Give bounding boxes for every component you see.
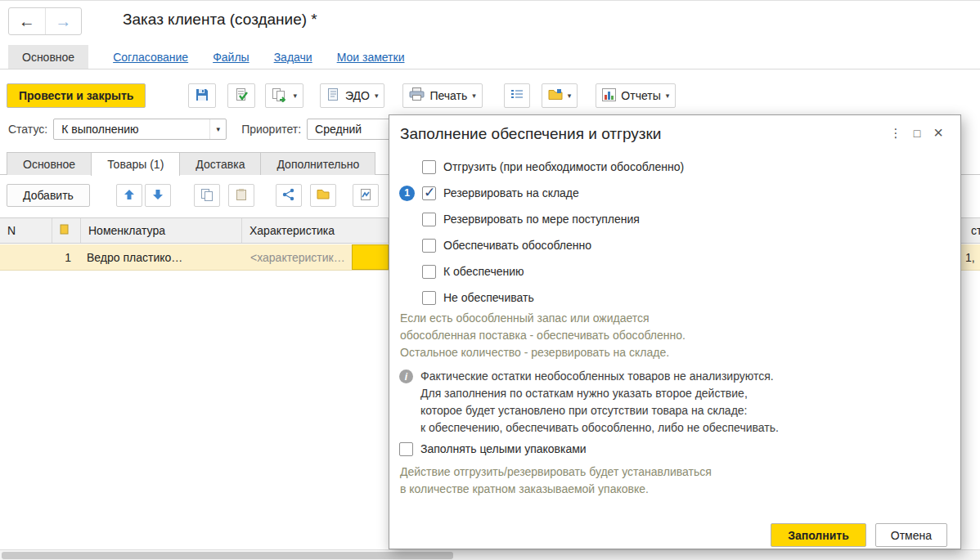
edo-label: ЭДО: [345, 89, 370, 102]
tab-delivery[interactable]: Доставка: [179, 152, 261, 175]
nav-link-approval[interactable]: Согласование: [113, 45, 188, 69]
info-line: Для заполнения по остаткам нужно указать…: [420, 385, 779, 402]
status-row: Статус: К выполнению ▾ Приоритет: Средни…: [0, 115, 389, 143]
priority-select[interactable]: Средний: [307, 119, 389, 140]
chevron-down-icon: ▾: [472, 92, 476, 100]
reserve-warehouse-label[interactable]: Резервировать на складе: [443, 186, 579, 199]
scrollbar-thumb[interactable]: [2, 552, 453, 559]
whole-packs-label[interactable]: Заполнять целыми упаковками: [420, 442, 587, 455]
column-header-marker[interactable]: [52, 218, 81, 243]
attachments-button[interactable]: ▾: [542, 83, 578, 108]
characteristic-cell[interactable]: <характеристик…: [250, 244, 350, 270]
print-button[interactable]: Печать ▾: [402, 83, 482, 108]
info-line: к обеспечению, обеспечивать обособленно,…: [420, 419, 779, 437]
ship-label[interactable]: Отгрузить (при необходимости обособленно…: [443, 160, 684, 173]
info-icon: i: [399, 370, 413, 383]
do-not-provide-checkbox[interactable]: [422, 291, 436, 305]
edo-button[interactable]: ЭДО ▾: [320, 83, 385, 108]
option-to-provision: К обеспечению: [399, 262, 524, 281]
ship-checkbox[interactable]: [422, 160, 436, 174]
back-arrow-icon[interactable]: ←: [9, 8, 46, 34]
move-up-button[interactable]: [116, 184, 142, 207]
chevron-down-icon: ▾: [293, 92, 297, 100]
fill-provision-dialog: Заполнение обеспечения и отгрузки ⋮ □ × …: [389, 114, 961, 549]
paste-icon: [235, 188, 248, 204]
copy-row-button[interactable]: [194, 184, 220, 207]
whole-packs-checkbox[interactable]: [399, 442, 413, 456]
post-button[interactable]: [227, 83, 255, 108]
paste-row-button[interactable]: [228, 184, 254, 207]
copy-icon: [200, 188, 214, 204]
column-header-n[interactable]: N: [0, 218, 52, 243]
status-label: Статус:: [8, 123, 47, 136]
list-icon: [510, 88, 524, 104]
reserve-warehouse-checkbox[interactable]: [422, 186, 436, 200]
do-not-provide-label[interactable]: Не обеспечивать: [443, 291, 534, 304]
close-icon[interactable]: ×: [928, 123, 949, 142]
change-selected-button[interactable]: [310, 184, 336, 207]
printer-icon: [409, 87, 425, 104]
order-badge: 1: [399, 186, 415, 201]
provision-action-cell[interactable]: [352, 244, 389, 270]
nav-link-tasks[interactable]: Задачи: [274, 45, 312, 69]
to-provision-label[interactable]: К обеспечению: [443, 265, 524, 278]
yellow-folder-icon: [317, 188, 330, 203]
fill-button[interactable]: Заполнить: [771, 523, 866, 547]
command-toolbar: Провести и закрыть ▾ ЭДО ▾ Печать ▾ ▾: [0, 79, 980, 112]
tab-main[interactable]: Основное: [7, 152, 92, 175]
quantity-partial-cell[interactable]: 1,: [965, 244, 980, 270]
fill-provision-button[interactable]: [353, 184, 379, 207]
dialog-buttons: Заполнить Отмена: [771, 523, 947, 547]
stamp-icon: [359, 188, 372, 204]
nav-tab-main[interactable]: Основное: [8, 45, 88, 69]
save-button[interactable]: [188, 83, 216, 108]
dialog-title: Заполнение обеспечения и отгрузки: [400, 125, 661, 143]
arrow-up-icon: [124, 189, 135, 203]
discuss-button[interactable]: [276, 184, 302, 207]
row-number-cell[interactable]: 1: [0, 244, 75, 270]
history-nav: ← →: [8, 7, 82, 35]
option-do-not-provide: Не обеспечивать: [399, 288, 534, 307]
option-provide-separately: Обеспечивать обособленно: [399, 235, 591, 255]
post-and-close-button[interactable]: Провести и закрыть: [7, 83, 146, 108]
hint-packs: Действие отгрузить/резервировать будет у…: [400, 464, 712, 498]
report-chart-icon: [602, 88, 616, 104]
forward-arrow-icon[interactable]: →: [46, 8, 82, 34]
more-menu-icon[interactable]: ⋮: [885, 126, 906, 141]
move-down-button[interactable]: [145, 184, 171, 207]
horizontal-scrollbar[interactable]: [0, 549, 980, 560]
chevron-down-icon: ▾: [568, 92, 572, 100]
page-title: Заказ клиента (создание) *: [123, 11, 317, 29]
column-header-nomenclature[interactable]: Номенклатура: [81, 218, 242, 243]
to-provision-checkbox[interactable]: [422, 265, 436, 279]
add-row-button[interactable]: Добавить: [7, 184, 90, 207]
maximize-icon[interactable]: □: [906, 127, 928, 140]
tab-goods[interactable]: Товары (1): [91, 152, 180, 176]
reserve-on-receipt-label[interactable]: Резервировать по мере поступления: [443, 213, 640, 226]
section-nav: Основное Согласование Файлы Задачи Мои з…: [0, 45, 980, 69]
nomenclature-cell[interactable]: Ведро пластико…: [87, 244, 241, 270]
provide-separately-checkbox[interactable]: [422, 239, 436, 253]
save-icon: [195, 87, 209, 105]
status-select[interactable]: К выполнению ▾: [53, 119, 227, 140]
nav-link-notes[interactable]: Мои заметки: [337, 45, 405, 69]
info-line: которое будет установлено при отсутствии…: [420, 402, 779, 419]
task-list-button[interactable]: [504, 83, 530, 108]
provide-separately-label[interactable]: Обеспечивать обособленно: [443, 239, 591, 252]
reports-button[interactable]: Отчеты ▾: [596, 83, 676, 108]
create-based-on-icon: [272, 87, 288, 105]
column-header-characteristic[interactable]: Характеристика: [242, 218, 389, 243]
app-window: ← → Заказ клиента (создание) * Основное …: [0, 0, 980, 560]
nav-link-files[interactable]: Файлы: [213, 45, 249, 69]
option-reserve-warehouse: 1 Резервировать на складе: [399, 183, 579, 203]
tab-additional[interactable]: Дополнительно: [260, 152, 375, 175]
column-header-partial[interactable]: ст: [964, 218, 980, 243]
cancel-button[interactable]: Отмена: [875, 523, 947, 547]
chevron-down-icon[interactable]: ▾: [209, 119, 226, 139]
create-based-on-button[interactable]: ▾: [265, 83, 303, 108]
reserve-on-receipt-checkbox[interactable]: [422, 213, 436, 226]
hint-line: в количестве кратном заказываемой упаков…: [400, 481, 712, 498]
edo-icon: [326, 87, 340, 104]
hint-line: Если есть обособленный запас или ожидает…: [400, 310, 686, 327]
share-icon: [282, 188, 295, 204]
